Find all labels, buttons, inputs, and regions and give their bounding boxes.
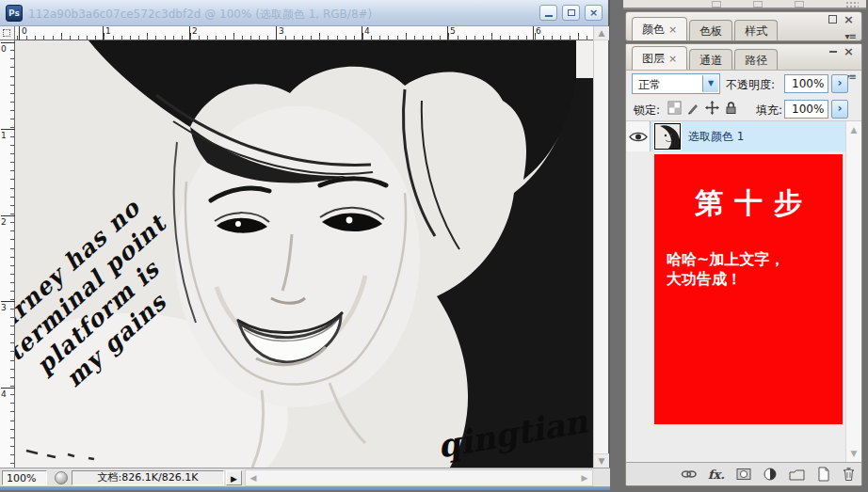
ruler-label: 2	[189, 26, 198, 40]
blend-mode-row: 正常 ▼ 不透明度: 100% ›	[626, 72, 861, 97]
panel-close-icon[interactable]: ×	[844, 12, 854, 26]
resize-grip-icon[interactable]	[845, 1, 859, 8]
lock-move-icon[interactable]	[705, 101, 719, 115]
photoshop-app-icon: Ps	[6, 5, 23, 22]
panel-collapse-icon[interactable]	[828, 15, 837, 24]
cropped-panel-strip	[623, 0, 866, 9]
layers-list-scrollbar[interactable]: ▲ ▼	[845, 121, 861, 464]
status-circle-icon	[55, 471, 68, 484]
horizontal-scrollbar[interactable]: ◀ ▶	[245, 469, 593, 486]
eye-icon	[629, 131, 648, 143]
document-titlebar[interactable]: Ps 112a90b3a6c07ce572c3dbf2d @ 100% (选取颜…	[0, 0, 608, 26]
layer-styles-icon[interactable]: fx.	[708, 468, 725, 482]
adjustment-layer-icon[interactable]	[763, 467, 778, 482]
restore-icon	[568, 9, 575, 16]
ruler-label: 4	[1, 388, 15, 399]
panel-strip-icon	[753, 1, 763, 8]
color-panel-group: 颜色 × 色板 样式 × ▾≡	[625, 11, 862, 41]
opacity-slider-button[interactable]: ›	[831, 74, 848, 93]
lock-transparency-icon[interactable]	[667, 101, 682, 115]
note-title: 第十步	[654, 184, 843, 223]
opacity-field[interactable]: 100%	[784, 74, 828, 93]
tab-paths[interactable]: 路径	[734, 49, 778, 70]
scroll-left-icon[interactable]: ◀	[247, 470, 260, 485]
ruler-origin-icon	[3, 29, 10, 37]
layers-panel-footer: fx.	[626, 462, 861, 485]
ruler-origin-box[interactable]	[0, 26, 15, 40]
ruler-label: 0	[1, 42, 15, 54]
ruler-label: 1	[103, 26, 111, 40]
layer-name[interactable]: 选取颜色 1	[688, 129, 744, 145]
status-menu-arrow[interactable]: ▶	[226, 470, 242, 485]
close-button[interactable]: ×	[585, 5, 603, 21]
lock-paint-icon[interactable]	[686, 101, 700, 115]
tab-color-label: 颜色	[642, 22, 665, 38]
ruler-label: 3	[1, 301, 15, 312]
close-tab-icon[interactable]: ×	[668, 53, 677, 65]
panel-close-icon[interactable]: ×	[844, 44, 854, 58]
new-layer-icon[interactable]	[816, 467, 830, 482]
vertical-ruler[interactable]: 0 1 2 3 4	[0, 40, 15, 468]
blend-mode-value: 正常	[638, 78, 661, 91]
close-tab-icon[interactable]: ×	[668, 24, 677, 36]
fill-field[interactable]: 100%	[784, 100, 828, 119]
new-group-icon[interactable]	[789, 468, 805, 482]
panel-menu-icon[interactable]: ▾≡	[845, 31, 856, 41]
minimize-button[interactable]	[539, 5, 557, 21]
fill-slider-button[interactable]: ›	[831, 100, 848, 119]
layer-thumbnail[interactable]	[654, 123, 681, 150]
note-line: 哈哈~加上文字，	[667, 249, 830, 269]
ruler-label: 0	[19, 26, 27, 40]
ruler-label: 4	[362, 26, 370, 40]
canvas[interactable]: Journey has no terminal point platform i…	[15, 40, 593, 468]
scroll-up-icon[interactable]: ▲	[594, 26, 609, 40]
thumbnail-image	[655, 124, 680, 149]
scroll-down-icon[interactable]: ▼	[594, 453, 609, 468]
lock-label: 锁定:	[634, 103, 660, 119]
tab-swatches[interactable]: 色板	[689, 20, 732, 40]
chevron-down-icon[interactable]: ▼	[702, 75, 718, 92]
delete-layer-icon[interactable]	[842, 467, 856, 482]
panel-strip-icon	[712, 1, 721, 8]
visibility-toggle[interactable]	[626, 121, 651, 151]
panel-strip-icon	[795, 1, 804, 8]
status-bar: 100% 文档:826.1K/826.1K ▶ ◀ ▶	[0, 468, 610, 486]
document-window: Ps 112a90b3a6c07ce572c3dbf2d @ 100% (选取颜…	[0, 0, 610, 490]
link-layers-icon[interactable]	[681, 467, 697, 482]
tab-layers[interactable]: 图层 ×	[632, 46, 687, 70]
layers-panel-group: 图层 × 通道 路径 × ▾≡ 正常 ▼ 不透明度: 100% ›	[625, 43, 862, 486]
tutorial-note: 第十步 哈哈~加上文字， 大功告成！	[654, 154, 843, 424]
note-line: 大功告成！	[667, 269, 830, 289]
ruler-label: 1	[1, 129, 15, 140]
tab-color[interactable]: 颜色 ×	[632, 17, 687, 40]
ruler-label: 3	[276, 26, 284, 40]
horizontal-ruler[interactable]: 0 1 2 3 4 5 6	[15, 26, 593, 40]
tab-layers-label: 图层	[642, 51, 665, 67]
ruler-label: 6	[533, 26, 541, 40]
minimize-icon	[545, 15, 553, 17]
tab-styles[interactable]: 样式	[734, 20, 778, 40]
lock-all-icon[interactable]	[724, 101, 738, 115]
layers-list: 选取颜色 1 第十步 哈哈~加上文字， 大功告成！ ▲ ▼	[626, 121, 861, 464]
restore-button[interactable]	[562, 5, 580, 21]
scroll-down-icon[interactable]: ▼	[846, 449, 861, 458]
window-bottom-border	[0, 486, 610, 490]
ruler-label: 5	[447, 26, 456, 40]
layer-row[interactable]: 选取颜色 1	[626, 121, 846, 151]
panel-column: 颜色 × 色板 样式 × ▾≡ 图层 × 通道 路径	[621, 0, 868, 492]
add-mask-icon[interactable]	[736, 467, 751, 482]
vertical-scrollbar[interactable]: ▲ ▼	[593, 26, 608, 468]
blend-mode-select[interactable]: 正常 ▼	[632, 73, 720, 94]
fill-label: 填充:	[756, 103, 782, 119]
ruler-label: 2	[1, 215, 15, 227]
document-title: 112a90b3a6c07ce572c3dbf2d @ 100% (选取颜色 1…	[28, 7, 518, 23]
scroll-right-icon[interactable]: ▶	[578, 470, 591, 485]
document-size-info: 文档:826.1K/826.1K	[72, 470, 224, 485]
scroll-up-icon[interactable]: ▲	[846, 125, 861, 135]
layers-panel-header: 图层 × 通道 路径 × ▾≡	[626, 44, 861, 71]
zoom-level-field[interactable]: 100%	[2, 470, 47, 485]
photoshop-workspace: Ps 112a90b3a6c07ce572c3dbf2d @ 100% (选取颜…	[0, 0, 868, 492]
panel-minimize-icon[interactable]	[829, 47, 837, 53]
opacity-label: 不透明度:	[726, 77, 775, 93]
tab-channels[interactable]: 通道	[689, 49, 732, 70]
